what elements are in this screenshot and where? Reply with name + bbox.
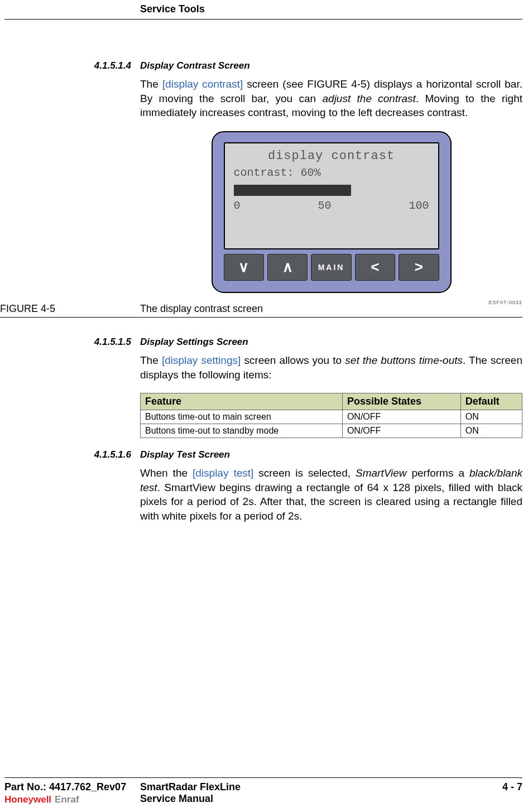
lcd-title: display contrast bbox=[234, 149, 429, 163]
table-row: Buttons time-out to main screen ON/OFF O… bbox=[141, 410, 522, 424]
text: When the bbox=[140, 467, 193, 479]
text: . SmartView begins drawing a rectangle o… bbox=[140, 482, 522, 522]
table-row: Buttons time-out to standby mode ON/OFF … bbox=[141, 424, 522, 438]
section-number: 4.1.5.1.6 bbox=[0, 449, 140, 460]
logo-honeywell: Honeywell bbox=[4, 794, 51, 805]
section-title: Display Settings Screen bbox=[140, 337, 522, 348]
text-italic: set the buttons time-outs bbox=[345, 354, 463, 366]
th-states: Possible States bbox=[342, 393, 460, 410]
section-number: 4.1.5.1.5 bbox=[0, 337, 140, 348]
section-body: The [display settings] screen allows you… bbox=[140, 353, 522, 382]
cell-states: ON/OFF bbox=[342, 424, 460, 438]
device-panel: display contrast contrast: 60% 0 50 100 … bbox=[212, 131, 452, 293]
page-header-title: Service Tools bbox=[140, 3, 522, 18]
scale-mid: 50 bbox=[318, 199, 331, 212]
footer-product: SmartRadar FlexLine bbox=[140, 781, 478, 793]
section-body: When the [display test] screen is select… bbox=[140, 466, 522, 523]
settings-table: Feature Possible States Default Buttons … bbox=[140, 393, 522, 438]
logo-enraf: Enraf bbox=[55, 794, 79, 805]
button-up[interactable]: ∧ bbox=[267, 254, 308, 281]
section-body: The [display contrast] screen (see FIGUR… bbox=[140, 77, 522, 120]
footer-rule bbox=[4, 777, 522, 778]
header-rule bbox=[4, 19, 522, 20]
footer-page-number: 4 - 7 bbox=[478, 781, 522, 793]
th-feature: Feature bbox=[141, 393, 343, 410]
link-display-test[interactable]: [display test] bbox=[193, 467, 253, 479]
figure-number: FIGURE 4-5 bbox=[0, 303, 140, 315]
figure-caption: The display contrast screen bbox=[140, 303, 522, 315]
footer-manual: Service Manual bbox=[140, 793, 478, 805]
cell-default: ON bbox=[460, 424, 522, 438]
section-title: Display Contrast Screen bbox=[140, 60, 522, 71]
text: The bbox=[140, 78, 162, 90]
th-default: Default bbox=[460, 393, 522, 410]
button-left[interactable]: < bbox=[355, 254, 395, 281]
section-title: Display Test Screen bbox=[140, 449, 522, 460]
text: performs a bbox=[407, 467, 469, 479]
lcd-contrast-value: 60% bbox=[301, 166, 321, 179]
contrast-slider[interactable] bbox=[234, 185, 429, 196]
text-italic: adjust the contrast bbox=[323, 93, 416, 104]
link-display-settings[interactable]: [display settings] bbox=[162, 354, 241, 366]
text: screen allows you to bbox=[241, 354, 345, 366]
scale-max: 100 bbox=[409, 199, 429, 212]
page-footer: Part No.: 4417.762_Rev07 SmartRadar Flex… bbox=[4, 777, 522, 805]
text: The bbox=[140, 354, 162, 366]
cell-feature: Buttons time-out to standby mode bbox=[141, 424, 343, 438]
text: screen is selected, bbox=[253, 467, 356, 479]
table-header-row: Feature Possible States Default bbox=[141, 393, 522, 410]
cell-states: ON/OFF bbox=[342, 410, 460, 424]
button-right[interactable]: > bbox=[399, 254, 439, 281]
scale-min: 0 bbox=[234, 199, 241, 212]
button-down[interactable]: ∨ bbox=[224, 254, 264, 281]
lcd-screen: display contrast contrast: 60% 0 50 100 bbox=[224, 142, 439, 249]
footer-part-no: Part No.: 4417.762_Rev07 bbox=[4, 781, 140, 793]
cell-default: ON bbox=[460, 410, 522, 424]
lcd-contrast-label: contrast: bbox=[234, 166, 301, 179]
cell-feature: Buttons time-out to main screen bbox=[141, 410, 343, 424]
text-italic: SmartView bbox=[356, 467, 407, 479]
section-number: 4.1.5.1.4 bbox=[0, 60, 140, 71]
button-main[interactable]: MAIN bbox=[311, 254, 351, 281]
link-display-contrast[interactable]: [display contrast] bbox=[162, 78, 243, 90]
contrast-slider-fill bbox=[234, 185, 351, 196]
